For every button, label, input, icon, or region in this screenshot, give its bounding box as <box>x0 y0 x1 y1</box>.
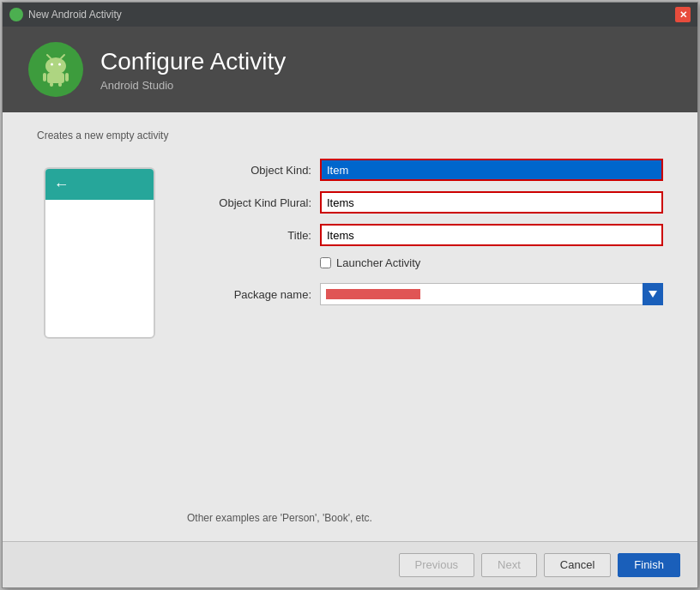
package-name-dropdown-btn[interactable] <box>643 283 663 305</box>
package-name-input-wrap <box>320 283 663 305</box>
launcher-activity-row: Launcher Activity <box>187 256 663 269</box>
svg-rect-7 <box>43 73 46 81</box>
header-panel: Configure Activity Android Studio <box>3 27 697 112</box>
next-button[interactable]: Next <box>481 553 537 577</box>
title-input-wrap <box>320 224 663 246</box>
finish-button[interactable]: Finish <box>618 553 680 577</box>
svg-point-0 <box>13 11 21 19</box>
object-kind-plural-input[interactable] <box>320 191 663 214</box>
package-name-input-group <box>320 283 663 305</box>
package-name-label: Package name: <box>187 288 311 301</box>
close-button[interactable]: ✕ <box>675 7 691 22</box>
svg-rect-9 <box>50 82 53 87</box>
object-kind-plural-label: Object Kind Plural: <box>187 196 311 209</box>
title-row: Title: <box>187 224 663 246</box>
object-kind-label: Object Kind: <box>187 164 311 177</box>
svg-rect-6 <box>47 73 64 83</box>
form-area: ← Object Kind: Object Kind Plural: <box>37 159 663 524</box>
header-title: Configure Activity <box>100 48 286 75</box>
description-text: Creates a new empty activity <box>37 129 663 141</box>
footer: Previous Next Cancel Finish <box>3 541 697 587</box>
launcher-activity-label: Launcher Activity <box>336 256 420 269</box>
object-kind-plural-input-wrap <box>320 191 663 214</box>
svg-point-3 <box>58 63 61 66</box>
title-input[interactable] <box>320 224 663 246</box>
package-name-input[interactable] <box>320 283 643 305</box>
package-name-row: Package name: <box>187 283 663 305</box>
preview-panel: ← <box>37 159 161 524</box>
phone-top-bar: ← <box>45 169 154 200</box>
app-icon <box>9 8 23 21</box>
phone-preview: ← <box>44 167 155 339</box>
header-subtitle: Android Studio <box>100 79 286 92</box>
title-bar-left: New Android Activity <box>9 8 122 21</box>
header-logo <box>28 42 83 97</box>
back-arrow-icon: ← <box>54 176 69 194</box>
svg-point-2 <box>51 63 53 66</box>
launcher-activity-checkbox[interactable] <box>320 257 331 268</box>
examples-text: Other examples are 'Person', 'Book', etc… <box>187 486 663 524</box>
title-label: Title: <box>187 229 311 242</box>
android-logo-icon <box>39 52 73 87</box>
svg-line-4 <box>47 55 51 58</box>
svg-line-5 <box>61 55 64 58</box>
chevron-down-icon <box>649 291 657 298</box>
title-bar: New Android Activity ✕ <box>3 3 697 27</box>
object-kind-row: Object Kind: <box>187 159 663 181</box>
header-text: Configure Activity Android Studio <box>100 48 286 92</box>
content-area: Creates a new empty activity ← Object Ki… <box>3 112 697 541</box>
cancel-button[interactable]: Cancel <box>544 553 611 577</box>
svg-point-1 <box>45 57 66 75</box>
svg-rect-10 <box>58 82 62 87</box>
previous-button[interactable]: Previous <box>399 553 475 577</box>
form-fields: Object Kind: Object Kind Plural: Title: <box>187 159 663 524</box>
main-window: New Android Activity ✕ <box>2 2 698 588</box>
object-kind-input-wrap <box>320 159 663 181</box>
svg-marker-11 <box>649 291 657 298</box>
object-kind-plural-row: Object Kind Plural: <box>187 191 663 214</box>
svg-rect-8 <box>65 73 69 81</box>
window-title: New Android Activity <box>28 9 122 21</box>
object-kind-input[interactable] <box>320 159 663 181</box>
